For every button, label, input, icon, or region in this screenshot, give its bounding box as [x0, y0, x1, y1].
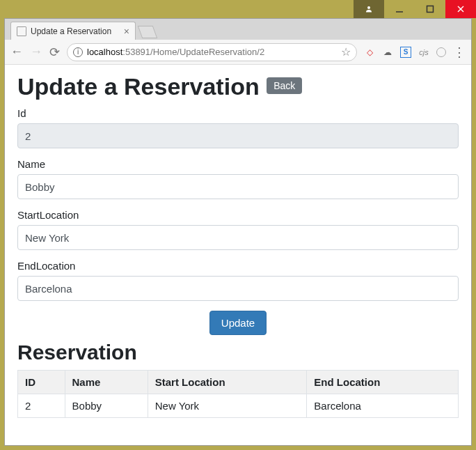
browser-toolbar: ← → ⟳ i localhost:53891/Home/UpdateReser… [5, 40, 471, 65]
start-location-label: StartLocation [17, 209, 459, 221]
url-text: localhost:53891/Home/UpdateReservation/2 [87, 47, 337, 57]
browser-menu-icon[interactable]: ⋮ [453, 45, 466, 60]
end-location-label: EndLocation [17, 260, 459, 272]
name-input[interactable] [17, 174, 459, 199]
maximize-button[interactable] [415, 0, 445, 18]
col-end: End Location [307, 371, 459, 394]
address-bar[interactable]: i localhost:53891/Home/UpdateReservation… [67, 43, 357, 61]
user-icon[interactable] [354, 0, 384, 18]
svg-rect-2 [427, 6, 434, 13]
minimize-button[interactable] [384, 0, 415, 18]
end-location-input[interactable] [17, 276, 459, 301]
extension-icon-1[interactable]: ◇ [364, 47, 375, 58]
svg-point-0 [367, 6, 370, 9]
new-tab-button[interactable] [138, 26, 158, 38]
id-label: Id [17, 107, 459, 119]
bookmark-star-icon[interactable]: ☆ [341, 45, 351, 59]
col-start: Start Location [148, 371, 307, 394]
extension-icons: ◇ ☁ S cjs [364, 47, 446, 58]
col-name: Name [65, 371, 148, 394]
id-input [17, 123, 459, 148]
site-info-icon[interactable]: i [73, 47, 83, 57]
page-content: Update a Reservation Back Id Name StartL… [5, 65, 471, 445]
extension-icon-3[interactable]: S [400, 47, 411, 58]
browser-tab[interactable]: Update a Reservation × [10, 22, 136, 40]
tab-title: Update a Reservation [31, 26, 111, 36]
cell-name: Bobby [65, 394, 148, 418]
back-button[interactable]: Back [267, 77, 302, 94]
table-heading: Reservation [17, 341, 459, 364]
window-titlebar [0, 0, 476, 18]
close-button[interactable] [445, 0, 476, 18]
forward-icon: → [30, 45, 42, 59]
tab-close-icon[interactable]: × [124, 26, 129, 37]
extension-icon-2[interactable]: ☁ [382, 47, 393, 58]
reload-icon[interactable]: ⟳ [49, 45, 60, 60]
browser-window: Update a Reservation × ← → ⟳ i localhost… [4, 18, 472, 446]
table-row: 2 Bobby New York Barcelona [18, 394, 459, 418]
col-id: ID [18, 371, 65, 394]
page-icon [17, 26, 26, 36]
start-location-input[interactable] [17, 225, 459, 250]
cell-id: 2 [18, 394, 65, 418]
back-icon[interactable]: ← [10, 45, 23, 59]
extension-icon-5[interactable] [436, 47, 446, 57]
cell-end: Barcelona [307, 394, 459, 418]
tab-strip: Update a Reservation × [5, 19, 471, 40]
table-header-row: ID Name Start Location End Location [18, 371, 459, 394]
extension-icon-cjs[interactable]: cjs [418, 47, 429, 58]
cell-start: New York [148, 394, 307, 418]
update-button[interactable]: Update [209, 311, 267, 335]
reservation-table: ID Name Start Location End Location 2 Bo… [17, 370, 459, 418]
name-label: Name [17, 158, 459, 170]
page-title: Update a Reservation [17, 73, 260, 100]
